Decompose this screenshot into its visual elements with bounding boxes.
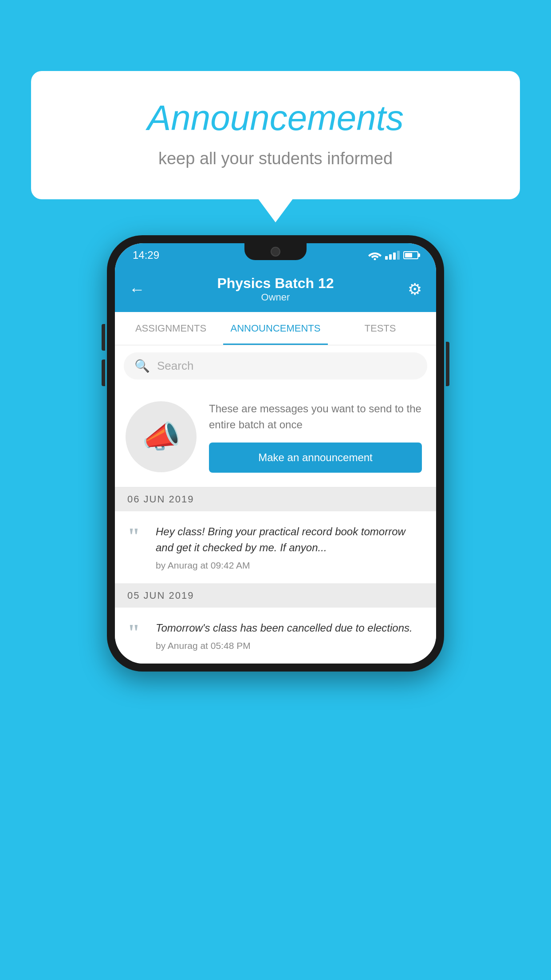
- batch-role: Owner: [217, 292, 334, 303]
- announcement-item-2: " Tomorrow's class has been cancelled du…: [115, 608, 436, 664]
- tab-tests[interactable]: TESTS: [328, 312, 433, 345]
- app-header: ← Physics Batch 12 Owner ⚙: [115, 267, 436, 312]
- announcement-text-1: Hey class! Bring your practical record b…: [156, 524, 424, 556]
- volume-up-button: [102, 324, 105, 351]
- quote-icon-2: ": [127, 624, 145, 642]
- date-separator-2: 05 JUN 2019: [115, 584, 436, 608]
- power-button: [446, 342, 449, 386]
- speech-bubble-container: Announcements keep all your students inf…: [31, 71, 520, 199]
- status-time: 14:29: [133, 249, 159, 261]
- prompt-content: These are messages you want to send to t…: [209, 401, 422, 473]
- search-icon: 🔍: [134, 359, 150, 373]
- announcement-meta-2: by Anurag at 05:48 PM: [156, 640, 413, 651]
- speech-bubble-title: Announcements: [67, 98, 484, 138]
- make-announcement-button[interactable]: Make an announcement: [209, 443, 422, 473]
- phone-mockup: 14:29: [107, 235, 444, 672]
- tab-assignments[interactable]: ASSIGNMENTS: [118, 312, 223, 345]
- announcement-content-1: Hey class! Bring your practical record b…: [156, 524, 424, 571]
- phone-screen: 14:29: [115, 243, 436, 664]
- back-button[interactable]: ←: [129, 280, 151, 299]
- megaphone-icon: 📣: [142, 419, 181, 455]
- speech-bubble-subtitle: keep all your students informed: [67, 149, 484, 168]
- phone-outer: 14:29: [107, 235, 444, 672]
- quote-icon-1: ": [127, 527, 145, 546]
- announcement-text-2: Tomorrow's class has been cancelled due …: [156, 620, 413, 636]
- search-input[interactable]: Search: [157, 359, 193, 373]
- wifi-icon: [368, 250, 382, 260]
- settings-icon[interactable]: ⚙: [400, 280, 422, 299]
- signal-icon: [385, 251, 400, 260]
- battery-fill: [405, 253, 412, 257]
- announcement-meta-1: by Anurag at 09:42 AM: [156, 560, 424, 571]
- batch-title: Physics Batch 12: [217, 275, 334, 292]
- search-bar[interactable]: 🔍 Search: [124, 352, 427, 379]
- status-icons: [368, 250, 418, 260]
- megaphone-circle: 📣: [126, 401, 197, 472]
- volume-down-button: [102, 360, 105, 386]
- announcement-item-1: " Hey class! Bring your practical record…: [115, 511, 436, 584]
- tab-announcements[interactable]: ANNOUNCEMENTS: [223, 312, 328, 345]
- battery-icon: [403, 251, 418, 259]
- phone-notch: [244, 243, 307, 260]
- header-title-group: Physics Batch 12 Owner: [217, 275, 334, 303]
- date-separator-1: 06 JUN 2019: [115, 487, 436, 511]
- speech-bubble: Announcements keep all your students inf…: [31, 71, 520, 199]
- front-camera: [271, 247, 280, 257]
- announcement-content-2: Tomorrow's class has been cancelled due …: [156, 620, 413, 651]
- tabs-bar: ASSIGNMENTS ANNOUNCEMENTS TESTS: [115, 312, 436, 345]
- prompt-description: These are messages you want to send to t…: [209, 401, 422, 433]
- announcement-prompt: 📣 These are messages you want to send to…: [115, 387, 436, 487]
- svg-point-0: [374, 258, 376, 261]
- search-container: 🔍 Search: [115, 345, 436, 387]
